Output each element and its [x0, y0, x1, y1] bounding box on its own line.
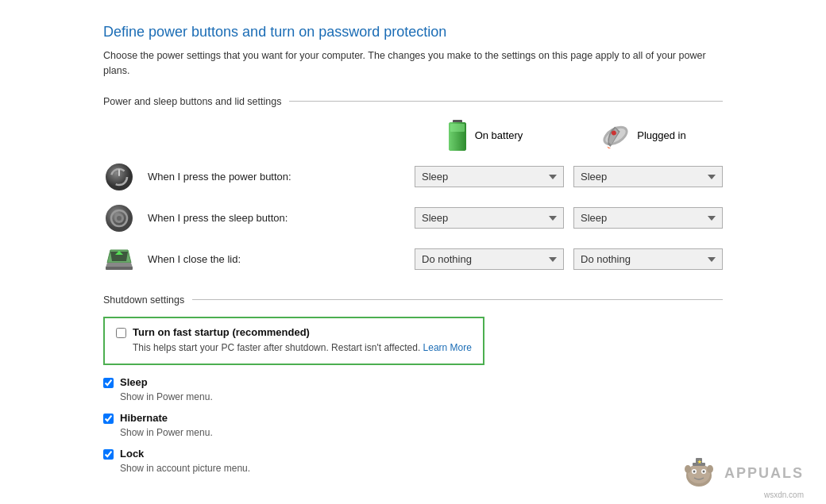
shutdown-item-hibernate: Hibernate Show in Power menu. — [103, 412, 723, 438]
shutdown-divider — [192, 299, 723, 300]
svg-point-16 — [688, 464, 710, 483]
learn-more-link[interactable]: Learn More — [423, 342, 472, 353]
shutdown-items: Turn on fast startup (recommended) This … — [103, 317, 723, 475]
svg-point-19 — [693, 471, 695, 473]
page-title: Define power buttons and turn on passwor… — [103, 24, 723, 40]
svg-point-21 — [685, 465, 691, 473]
fast-startup-desc: This helps start your PC faster after sh… — [133, 341, 472, 355]
setting-item-hibernate: Hibernate — [103, 412, 723, 424]
sleep-label[interactable]: Sleep — [120, 376, 148, 388]
svg-rect-14 — [106, 267, 133, 270]
plugged-column-header: Plugged in — [564, 118, 723, 153]
plug-icon — [600, 123, 631, 148]
svg-point-22 — [707, 465, 713, 473]
plugged-select-row2[interactable]: Do nothingSleepHibernateShut downTurn of… — [573, 248, 723, 270]
shutdown-item-fast-startup: Turn on fast startup (recommended) This … — [103, 317, 484, 366]
row-label-0: When I press the power button: — [148, 171, 402, 183]
hibernate-checkbox[interactable] — [103, 414, 114, 424]
plugged-select-row0[interactable]: Do nothingSleepHibernateShut downTurn of… — [573, 166, 723, 187]
dropdowns-row1: Do nothingSleepHibernateShut downTurn of… — [415, 207, 723, 229]
appuals-logo: ★ APPUALS — [682, 456, 804, 490]
section-divider — [289, 101, 723, 102]
shutdown-section-header: Shutdown settings — [103, 294, 723, 306]
hibernate-label[interactable]: Hibernate — [120, 412, 168, 424]
appuals-text: APPUALS — [724, 465, 804, 481]
settings-row-0: When I press the power button: Do nothin… — [103, 161, 723, 193]
dropdowns-row0: Do nothingSleepHibernateShut downTurn of… — [415, 166, 723, 187]
settings-row-2: When I close the lid: Do nothingSleepHib… — [103, 244, 723, 275]
shutdown-item-lock: Lock Show in account picture menu. — [103, 448, 723, 474]
sleep-button-icon — [103, 202, 135, 234]
lock-label[interactable]: Lock — [120, 448, 144, 460]
svg-point-13 — [117, 216, 122, 221]
svg-rect-9 — [118, 169, 120, 176]
power-sleep-section-header: Power and sleep buttons and lid settings — [103, 96, 723, 107]
row-label-1: When I press the sleep button: — [148, 212, 402, 224]
settings-rows: When I press the power button: Do nothin… — [103, 161, 723, 275]
plugged-column-label: Plugged in — [637, 129, 685, 141]
svg-point-20 — [702, 471, 704, 473]
battery-select-row1[interactable]: Do nothingSleepHibernateShut downTurn of… — [415, 207, 564, 229]
battery-icon — [446, 118, 469, 153]
shutdown-item-sleep: Sleep Show in Power menu. — [103, 376, 723, 402]
shutdown-header-text: Shutdown settings — [103, 294, 184, 306]
battery-column-header: On battery — [405, 118, 564, 153]
battery-select-row0[interactable]: Do nothingSleepHibernateShut downTurn of… — [415, 166, 564, 187]
sleep-checkbox[interactable] — [103, 378, 114, 388]
svg-point-7 — [106, 164, 133, 190]
lid-icon — [103, 244, 135, 275]
sleep-sublabel: Show in Power menu. — [120, 391, 723, 402]
lock-sublabel: Show in account picture menu. — [120, 463, 723, 474]
column-headers: On battery Plugged in — [103, 118, 723, 153]
setting-item-sleep: Sleep — [103, 376, 723, 388]
setting-item-lock: Lock — [103, 448, 723, 460]
battery-select-row2[interactable]: Do nothingSleepHibernateShut downTurn of… — [415, 248, 564, 270]
hibernate-sublabel: Show in Power menu. — [120, 427, 723, 438]
battery-column-label: On battery — [475, 129, 523, 141]
svg-text:★: ★ — [697, 460, 702, 464]
fast-startup-row: Turn on fast startup (recommended) — [116, 326, 472, 338]
svg-rect-3 — [450, 124, 465, 132]
wsxdn-watermark: wsxdn.com — [764, 491, 804, 499]
power-sleep-header-text: Power and sleep buttons and lid settings — [103, 96, 281, 107]
plugged-select-row1[interactable]: Do nothingSleepHibernateShut downTurn of… — [573, 207, 723, 229]
fast-startup-label[interactable]: Turn on fast startup (recommended) — [133, 326, 310, 338]
appuals-mascot-icon: ★ — [682, 456, 716, 490]
shutdown-section: Shutdown settings Turn on fast startup (… — [103, 294, 723, 475]
power-button-icon — [103, 161, 135, 193]
settings-row-1: When I press the sleep button: Do nothin… — [103, 202, 723, 234]
fast-startup-checkbox[interactable] — [116, 328, 126, 338]
dropdowns-row2: Do nothingSleepHibernateShut downTurn of… — [415, 248, 723, 270]
page-subtitle: Choose the power settings that you want … — [103, 48, 723, 79]
lock-checkbox[interactable] — [103, 449, 114, 460]
row-label-2: When I close the lid: — [148, 253, 402, 265]
